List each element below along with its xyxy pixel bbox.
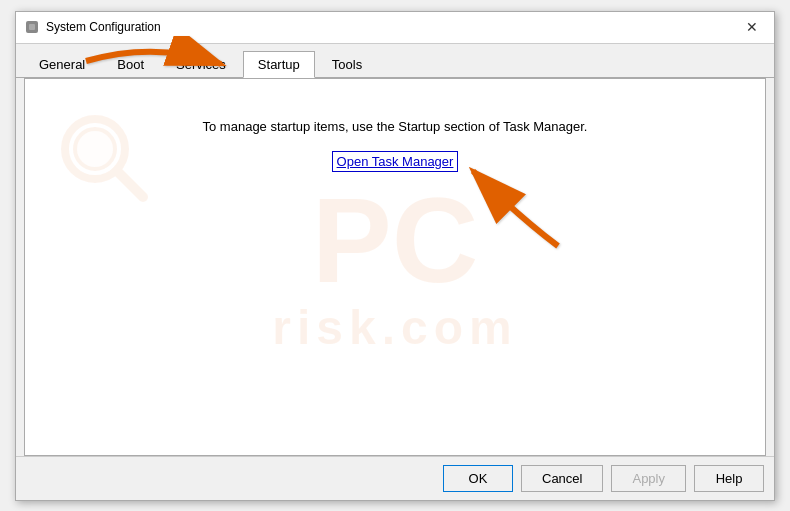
tab-boot[interactable]: Boot — [102, 51, 159, 78]
apply-button[interactable]: Apply — [611, 465, 686, 492]
close-button[interactable]: ✕ — [738, 15, 766, 39]
tab-tools[interactable]: Tools — [317, 51, 377, 78]
window-title: System Configuration — [46, 20, 738, 34]
ok-button[interactable]: OK — [443, 465, 513, 492]
svg-point-5 — [75, 129, 115, 169]
magnifier-watermark — [55, 109, 155, 209]
system-configuration-window: System Configuration ✕ General Boot Serv… — [15, 11, 775, 501]
help-button[interactable]: Help — [694, 465, 764, 492]
content-area: PC risk.com To manage startup items, use… — [24, 78, 766, 456]
info-message: To manage startup items, use the Startup… — [203, 119, 588, 134]
cancel-button[interactable]: Cancel — [521, 465, 603, 492]
tab-startup[interactable]: Startup — [243, 51, 315, 78]
svg-rect-2 — [29, 24, 35, 30]
watermark: PC risk.com — [62, 179, 728, 354]
tab-general[interactable]: General — [24, 51, 100, 78]
tab-bar: General Boot Services Startup Tools — [16, 44, 774, 78]
app-icon — [24, 19, 40, 35]
arrow-annotation-link — [458, 156, 578, 259]
open-task-manager-link[interactable]: Open Task Manager — [332, 151, 459, 172]
tab-services[interactable]: Services — [161, 51, 241, 78]
bottom-bar: OK Cancel Apply Help — [16, 456, 774, 500]
title-bar: System Configuration ✕ — [16, 12, 774, 44]
svg-line-6 — [117, 171, 143, 197]
